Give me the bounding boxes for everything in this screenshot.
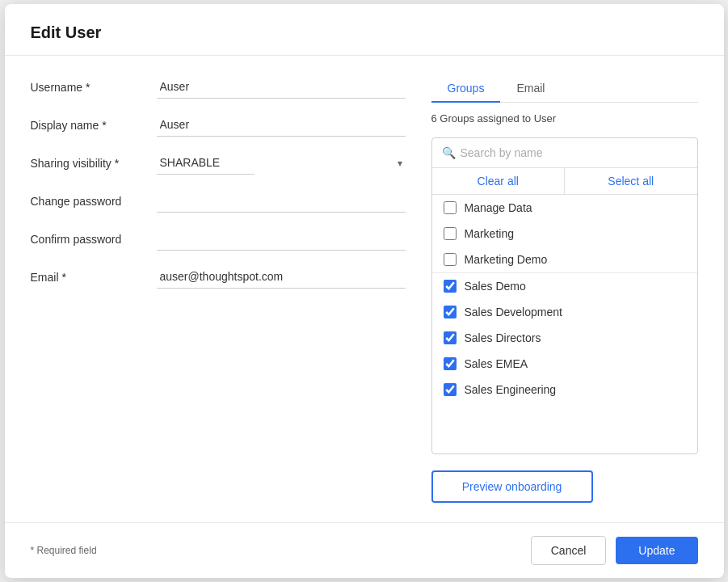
groups-list: Manage Data Marketing Marketing Demo Sal… — [432, 195, 697, 405]
group-name: Sales EMEA — [465, 357, 528, 370]
email-input[interactable] — [157, 265, 406, 289]
email-label: Email * — [31, 271, 144, 284]
right-section: Groups Email 6 Groups assigned to User 🔍… — [431, 75, 698, 503]
group-name: Marketing Demo — [465, 253, 548, 266]
list-item: Marketing — [432, 221, 697, 247]
list-item: Sales Directors — [432, 325, 697, 351]
group-name: Sales Engineering — [465, 383, 557, 396]
group-checkbox-marketing-demo[interactable] — [444, 253, 457, 266]
preview-onboarding-button[interactable]: Preview onboarding — [431, 470, 593, 503]
search-input[interactable] — [461, 146, 688, 159]
modal-footer: * Required field Cancel Update — [5, 522, 724, 578]
list-item: Sales Demo — [432, 272, 697, 299]
change-password-label: Change password — [31, 195, 144, 208]
search-icon: 🔍 — [442, 146, 456, 159]
list-item: Sales EMEA — [432, 351, 697, 377]
list-item: Marketing Demo — [432, 247, 697, 272]
sharing-visibility-label: Sharing visibility * — [31, 157, 144, 170]
list-item: Sales Development — [432, 299, 697, 325]
username-label: Username * — [31, 81, 144, 94]
required-note: * Required field — [31, 545, 97, 556]
confirm-password-label: Confirm password — [31, 233, 144, 246]
group-name: Sales Development — [465, 306, 562, 318]
select-all-button[interactable]: Select all — [565, 168, 697, 194]
modal-body: Username * Display name * Sharing visibi… — [5, 56, 724, 522]
username-input[interactable] — [157, 75, 406, 99]
sharing-visibility-wrapper: SHARABLE NOT_SHARABLE — [157, 151, 406, 175]
update-button[interactable]: Update — [616, 537, 697, 564]
username-row: Username * — [31, 75, 406, 99]
group-checkbox-sales-directors[interactable] — [444, 331, 457, 344]
group-checkbox-sales-engineering[interactable] — [444, 383, 457, 396]
confirm-password-row: Confirm password — [31, 227, 406, 251]
group-name: Sales Directors — [465, 331, 541, 344]
modal-title: Edit User — [31, 23, 102, 41]
modal-header: Edit User — [5, 4, 724, 56]
tabs-row: Groups Email — [431, 75, 698, 103]
display-name-label: Display name * — [31, 119, 144, 132]
list-item: Sales Executives — [432, 403, 697, 405]
search-box: 🔍 — [432, 138, 697, 168]
clear-all-button[interactable]: Clear all — [432, 168, 566, 194]
list-item: Manage Data — [432, 195, 697, 221]
change-password-input[interactable] — [157, 189, 406, 213]
edit-user-modal: Edit User Username * Display name * Shar… — [5, 4, 724, 578]
group-checkbox-sales-emea[interactable] — [444, 357, 457, 370]
group-checkbox-manage-data[interactable] — [444, 201, 457, 214]
cancel-button[interactable]: Cancel — [531, 536, 607, 565]
form-section: Username * Display name * Sharing visibi… — [31, 75, 406, 503]
group-name: Marketing — [465, 227, 514, 240]
email-row: Email * — [31, 265, 406, 289]
tab-email[interactable]: Email — [500, 75, 561, 103]
change-password-row: Change password — [31, 189, 406, 213]
display-name-row: Display name * — [31, 113, 406, 137]
tab-groups[interactable]: Groups — [431, 75, 501, 103]
action-row: Clear all Select all — [432, 168, 697, 195]
group-name: Manage Data — [465, 201, 532, 214]
groups-panel: 🔍 Clear all Select all Manage Data M — [431, 137, 698, 454]
confirm-password-input[interactable] — [157, 227, 406, 251]
sharing-visibility-row: Sharing visibility * SHARABLE NOT_SHARAB… — [31, 151, 406, 175]
group-checkbox-sales-development[interactable] — [444, 306, 457, 318]
group-checkbox-marketing[interactable] — [444, 227, 457, 240]
groups-count: 6 Groups assigned to User — [431, 112, 698, 124]
group-checkbox-sales-demo[interactable] — [444, 280, 457, 293]
sharing-visibility-select[interactable]: SHARABLE NOT_SHARABLE — [157, 151, 255, 175]
list-item: Sales Engineering — [432, 377, 697, 403]
group-name: Sales Demo — [465, 280, 526, 293]
display-name-input[interactable] — [157, 113, 406, 137]
